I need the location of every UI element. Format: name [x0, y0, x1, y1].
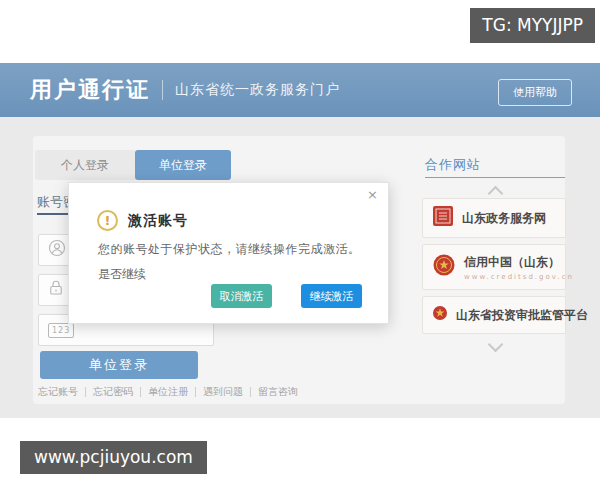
investment-platform-emblem-icon [432, 305, 448, 325]
partner-site-name: 山东省投资审批监管平台 [456, 307, 588, 324]
unit-login-button[interactable]: 单位登录 [40, 351, 198, 379]
header-divider [162, 80, 163, 100]
partner-sites-heading: 合作网站 [425, 156, 481, 174]
partner-heading-underline [425, 177, 565, 178]
continue-activation-button[interactable]: 继续激活 [301, 284, 362, 308]
portal-subtitle: 山东省统一政务服务门户 [175, 81, 340, 99]
tab-personal-login[interactable]: 个人登录 [35, 150, 135, 180]
link-forgot-password[interactable]: 忘记密码 [86, 387, 141, 397]
help-button[interactable]: 使用帮助 [498, 79, 572, 106]
warning-icon: ! [97, 210, 118, 231]
activate-account-dialog: × ! 激活账号 您的账号处于保护状态，请继续操作完成激活。 是否继续 取消激活… [68, 182, 389, 324]
dialog-header: ! 激活账号 [97, 210, 188, 231]
link-problems[interactable]: 遇到问题 [196, 387, 251, 397]
partner-card-investment-platform[interactable]: 山东省投资审批监管平台 [422, 296, 566, 334]
partner-site-url: www.creditsd.gov.cn [464, 273, 574, 281]
dialog-message: 您的账号处于保护状态，请继续操作完成激活。 [98, 241, 361, 258]
helper-links: 忘记账号 忘记密码 单位注册 遇到问题 留言咨询 [38, 387, 305, 397]
lock-icon [48, 279, 64, 301]
tg-watermark-badge: TG: MYYJJPP [470, 8, 595, 43]
cancel-activation-button[interactable]: 取消激活 [211, 284, 272, 308]
dialog-title: 激活账号 [128, 212, 188, 230]
tab-unit-login[interactable]: 单位登录 [135, 150, 231, 180]
partner-site-name: 信用中国（山东） [464, 254, 574, 271]
user-icon [48, 239, 66, 261]
site-watermark-badge: www.pcjiuyou.com [20, 441, 207, 474]
captcha-123-icon: 123 [48, 323, 74, 338]
close-icon[interactable]: × [367, 188, 378, 201]
main-area: 个人登录 单位登录 账号密码登录 123 单位登录 忘记账号 忘记密码 [0, 117, 600, 418]
login-tabs: 个人登录 单位登录 [35, 150, 231, 180]
link-forgot-account[interactable]: 忘记账号 [38, 387, 86, 397]
chevron-down-icon[interactable] [488, 337, 504, 353]
link-unit-register[interactable]: 单位注册 [141, 387, 196, 397]
page-title: 用户通行证 [30, 75, 150, 105]
link-message-consult[interactable]: 留言咨询 [251, 387, 305, 397]
shandong-gov-seal-icon [432, 205, 454, 231]
header-bar: 用户通行证 山东省统一政务服务门户 使用帮助 [0, 63, 600, 117]
partner-card-shandong-gov[interactable]: 山东政务服务网 [422, 198, 566, 238]
partner-site-name: 山东政务服务网 [462, 210, 546, 227]
page: TG: MYYJJPP 用户通行证 山东省统一政务服务门户 使用帮助 个人登录 … [0, 0, 600, 480]
partner-card-credit-china[interactable]: 信用中国（山东） www.creditsd.gov.cn [422, 244, 566, 290]
dialog-question: 是否继续 [98, 266, 146, 283]
credit-china-emblem-icon [432, 253, 456, 281]
